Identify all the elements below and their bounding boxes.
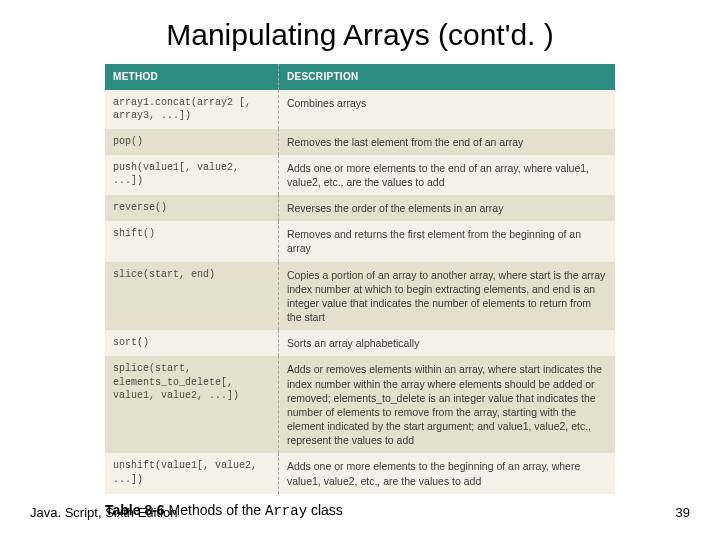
- method-cell: slice(start, end): [105, 262, 278, 331]
- methods-table: METHOD DESCRIPTION array1.concat(array2 …: [105, 64, 615, 494]
- desc-cell: Reverses the order of the elements in an…: [278, 195, 615, 221]
- slide: Manipulating Arrays (cont'd. ) METHOD DE…: [0, 0, 720, 540]
- desc-cell: Copies a portion of an array to another …: [278, 262, 615, 331]
- desc-cell: Combines arrays: [278, 90, 615, 129]
- page-number: 39: [676, 505, 690, 520]
- desc-cell: Sorts an array alphabetically: [278, 330, 615, 356]
- method-cell: reverse(): [105, 195, 278, 221]
- col-method: METHOD: [105, 64, 278, 90]
- table-row: pop() Removes the last element from the …: [105, 129, 615, 155]
- desc-cell: Removes the last element from the end of…: [278, 129, 615, 155]
- table-row: unshift(value1[, value2, ...]) Adds one …: [105, 453, 615, 493]
- col-description: DESCRIPTION: [278, 64, 615, 90]
- method-cell: shift(): [105, 221, 278, 261]
- footer: Java. Script, Sixth Edition 39: [30, 505, 690, 520]
- table-row: splice(start, elements_to_delete[, value…: [105, 356, 615, 453]
- page-title: Manipulating Arrays (cont'd. ): [30, 18, 690, 52]
- table-row: array1.concat(array2 [, array3, ...]) Co…: [105, 90, 615, 129]
- method-cell: pop(): [105, 129, 278, 155]
- method-cell: unshift(value1[, value2, ...]): [105, 453, 278, 493]
- footer-left: Java. Script, Sixth Edition: [30, 505, 177, 520]
- desc-cell: Removes and returns the first element fr…: [278, 221, 615, 261]
- table-row: sort() Sorts an array alphabetically: [105, 330, 615, 356]
- table-row: push(value1[, value2, ...]) Adds one or …: [105, 155, 615, 195]
- method-cell: sort(): [105, 330, 278, 356]
- method-cell: push(value1[, value2, ...]): [105, 155, 278, 195]
- method-cell: splice(start, elements_to_delete[, value…: [105, 356, 278, 453]
- table-header-row: METHOD DESCRIPTION: [105, 64, 615, 90]
- table-row: reverse() Reverses the order of the elem…: [105, 195, 615, 221]
- desc-cell: Adds one or more elements to the end of …: [278, 155, 615, 195]
- method-cell: array1.concat(array2 [, array3, ...]): [105, 90, 278, 129]
- table-row: shift() Removes and returns the first el…: [105, 221, 615, 261]
- methods-table-wrap: METHOD DESCRIPTION array1.concat(array2 …: [105, 64, 615, 494]
- table-row: slice(start, end) Copies a portion of an…: [105, 262, 615, 331]
- desc-cell: Adds one or more elements to the beginni…: [278, 453, 615, 493]
- desc-cell: Adds or removes elements within an array…: [278, 356, 615, 453]
